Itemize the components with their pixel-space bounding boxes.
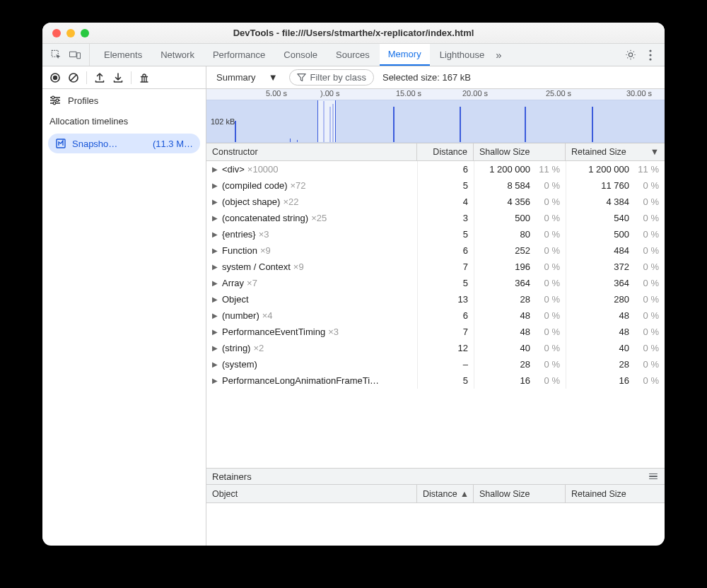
constructor-count: ×72 — [291, 180, 306, 191]
expand-icon[interactable]: ▶ — [212, 312, 219, 319]
expand-icon[interactable]: ▶ — [212, 328, 219, 336]
collect-garbage-icon[interactable] — [139, 72, 150, 83]
retained-size-value: 28 — [619, 359, 629, 370]
constructor-row[interactable]: ▶system / Context×971960 %3720 % — [206, 259, 665, 275]
kebab-menu-icon[interactable] — [645, 49, 656, 61]
expand-icon[interactable]: ▶ — [212, 279, 219, 287]
retainers-header[interactable]: Retainers — [206, 468, 665, 485]
chevron-down-icon: ▼ — [269, 72, 278, 83]
timeline-overview[interactable]: 102 kB |||| — [206, 100, 665, 143]
device-toolbar-icon[interactable] — [69, 49, 81, 61]
zoom-window-button[interactable] — [81, 29, 89, 37]
retainers-title: Retainers — [212, 471, 252, 482]
timeline-bar — [235, 121, 236, 142]
expand-icon[interactable]: ▶ — [212, 247, 219, 254]
constructor-row[interactable]: ▶(object shape)×2244 3560 %4 3840 % — [206, 194, 665, 210]
constructor-row[interactable]: ▶Object13280 %2800 % — [206, 291, 665, 307]
constructor-name: system / Context — [222, 261, 291, 272]
distance-value: 5 — [463, 278, 468, 288]
constructor-count: ×3 — [328, 327, 339, 337]
inspect-icon[interactable] — [51, 49, 62, 61]
traffic-lights — [42, 29, 89, 37]
constructor-row[interactable]: ▶PerformanceLongAnimationFrameTi…5160 %1… — [206, 372, 665, 389]
tab-performance[interactable]: Performance — [204, 44, 274, 66]
constructor-row[interactable]: ▶{entries}×35800 %5000 % — [206, 226, 665, 242]
constructor-row[interactable]: ▶<div>×1000061 200 00011 %1 200 00011 % — [206, 161, 665, 177]
class-filter-input[interactable]: Filter by class — [289, 69, 374, 86]
retained-size-pct: 0 % — [635, 343, 659, 353]
export-icon[interactable] — [94, 72, 105, 83]
constructor-row[interactable]: ▶(compiled code)×7258 5840 %11 7600 % — [206, 177, 665, 194]
expand-icon[interactable]: ▶ — [212, 263, 219, 271]
sliders-icon[interactable] — [49, 95, 61, 106]
constructor-name: PerformanceLongAnimationFrameTi… — [222, 375, 379, 386]
constructor-name: (number) — [222, 310, 259, 321]
col-retained-size[interactable]: Retained Size▼ — [566, 143, 665, 160]
constructor-name: (compiled code) — [222, 180, 288, 191]
constructors-grid[interactable]: ▶<div>×1000061 200 00011 %1 200 00011 %▶… — [206, 161, 665, 468]
retained-size-pct: 0 % — [635, 245, 659, 256]
more-tabs-icon[interactable]: » — [493, 49, 504, 61]
close-window-button[interactable] — [52, 29, 61, 37]
distance-value: – — [463, 359, 468, 370]
shallow-size-value: 48 — [520, 310, 530, 321]
col-shallow-size[interactable]: Shallow Size — [474, 143, 566, 160]
ruler-tick: 5.00 s — [266, 89, 287, 98]
retained-size-value: 48 — [619, 327, 629, 337]
expand-icon[interactable]: ▶ — [212, 295, 219, 303]
col-constructor[interactable]: Constructor — [206, 143, 417, 160]
timeline-ruler[interactable]: 5.00 s ).00 s 15.00 s 20.00 s 25.00 s 30… — [206, 89, 665, 100]
constructor-row[interactable]: ▶(system)–280 %280 % — [206, 356, 665, 372]
distance-value: 5 — [463, 180, 468, 191]
constructor-row[interactable]: ▶(string)×212400 %400 % — [206, 340, 665, 356]
constructor-row[interactable]: ▶Array×753640 %3640 % — [206, 275, 665, 291]
ret-col-retained[interactable]: Retained Size — [566, 485, 665, 502]
expand-icon[interactable]: ▶ — [212, 230, 219, 238]
tab-lighthouse[interactable]: Lighthouse — [431, 44, 493, 66]
minimize-window-button[interactable] — [66, 29, 75, 37]
ret-col-distance[interactable]: Distance▲ — [417, 485, 474, 502]
timeline-selection-range[interactable]: |||| — [317, 100, 336, 142]
retained-size-value: 16 — [619, 375, 629, 386]
settings-gear-icon[interactable] — [625, 49, 636, 61]
constructor-count: ×10000 — [247, 164, 279, 175]
constructor-row[interactable]: ▶Function×962520 %4840 % — [206, 242, 665, 259]
snapshot-size: (11.3 M… — [153, 139, 193, 149]
constructor-row[interactable]: ▶(concatenated string)×2535000 %5400 % — [206, 210, 665, 226]
shallow-size-pct: 0 % — [536, 180, 560, 191]
retained-size-value: 484 — [614, 245, 629, 256]
tab-elements[interactable]: Elements — [95, 44, 151, 66]
clear-icon[interactable] — [68, 72, 79, 83]
constructor-count: ×2 — [253, 343, 264, 353]
timeline-bar — [460, 107, 461, 142]
col-distance[interactable]: Distance — [417, 143, 474, 160]
shallow-size-pct: 0 % — [536, 310, 560, 321]
ret-col-shallow[interactable]: Shallow Size — [474, 485, 566, 502]
tab-console[interactable]: Console — [275, 44, 326, 66]
constructor-name: <div> — [222, 164, 245, 175]
ret-col-object[interactable]: Object — [206, 485, 417, 502]
expand-icon[interactable]: ▶ — [212, 377, 219, 384]
memory-toolbar: Summary ▼ Filter by class Selected size:… — [42, 66, 665, 89]
record-icon[interactable] — [49, 72, 61, 83]
expand-icon[interactable]: ▶ — [212, 214, 219, 222]
import-icon[interactable] — [112, 72, 124, 83]
expand-icon[interactable]: ▶ — [212, 165, 219, 173]
perspective-dropdown[interactable]: Summary ▼ — [214, 71, 281, 84]
tab-memory[interactable]: Memory — [380, 44, 430, 66]
shallow-size-pct: 0 % — [536, 327, 560, 337]
snapshot-item[interactable]: Snapsho… (11.3 M… — [48, 134, 200, 153]
ruler-tick: ).00 s — [320, 89, 340, 98]
retained-size-pct: 0 % — [635, 229, 659, 240]
tab-sources[interactable]: Sources — [327, 44, 378, 66]
distance-value: 7 — [463, 327, 468, 337]
hamburger-icon[interactable] — [648, 471, 659, 482]
tab-network[interactable]: Network — [152, 44, 203, 66]
expand-icon[interactable]: ▶ — [212, 198, 219, 206]
expand-icon[interactable]: ▶ — [212, 344, 219, 352]
constructor-row[interactable]: ▶PerformanceEventTiming×37480 %480 % — [206, 324, 665, 340]
expand-icon[interactable]: ▶ — [212, 360, 219, 368]
constructor-row[interactable]: ▶(number)×46480 %480 % — [206, 307, 665, 324]
expand-icon[interactable]: ▶ — [212, 182, 219, 189]
shallow-size-pct: 0 % — [536, 245, 560, 256]
